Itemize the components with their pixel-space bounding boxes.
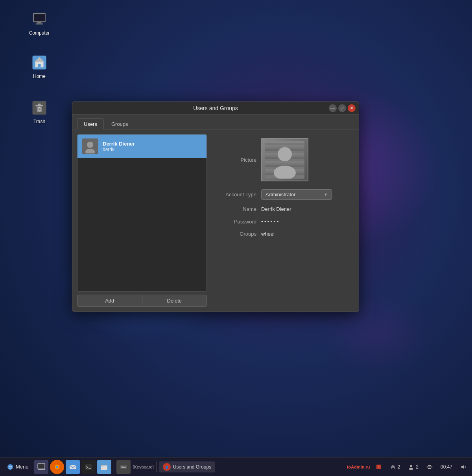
computer-icon-label: Computer [29, 30, 50, 36]
account-type-row: Account Type Administrator ▼ [213, 189, 354, 200]
password-label: Password [213, 219, 256, 225]
files-button[interactable] [97, 460, 111, 474]
taskbar-separator-1 [114, 461, 114, 472]
active-window-button[interactable]: 👤 Users and Groups [159, 461, 215, 472]
svg-point-60 [431, 466, 432, 467]
password-value: •••••• [261, 218, 280, 225]
svg-point-53 [392, 466, 394, 468]
desktop-icon-computer[interactable]: Computer [24, 8, 55, 38]
tab-groups[interactable]: Groups [105, 118, 135, 129]
dialog-titlebar: Users and Groups — ⤢ ✕ [72, 102, 359, 115]
user-list-buttons: Add Delete [77, 295, 207, 307]
home-icon-label: Home [33, 74, 46, 79]
account-type-select[interactable]: Administrator ▼ [261, 189, 332, 200]
menu-icon [7, 464, 13, 470]
taskbar-window-icon[interactable] [34, 460, 48, 474]
svg-rect-47 [122, 467, 125, 468]
svg-point-24 [278, 147, 292, 161]
clock[interactable]: 00:47 [438, 463, 455, 471]
window-icon [37, 463, 45, 471]
svg-rect-42 [121, 466, 122, 467]
user-username: derrik [103, 147, 135, 152]
svg-rect-40 [101, 465, 104, 466]
svg-point-59 [426, 466, 428, 467]
tray-network-connections[interactable] [424, 462, 435, 472]
svg-rect-48 [125, 467, 126, 468]
tray-security[interactable]: ! [373, 462, 384, 472]
svg-marker-61 [461, 465, 464, 469]
user-details-panel: Picture [213, 134, 354, 307]
menu-button[interactable]: Menu [3, 461, 33, 472]
volume-icon [460, 464, 466, 470]
tray-count1: 2 [398, 464, 400, 470]
dialog-title: Users and Groups [193, 105, 238, 111]
trash-icon [30, 98, 49, 117]
svg-rect-29 [9, 468, 12, 469]
picture-label: Picture [213, 157, 256, 163]
network-icon [426, 464, 433, 470]
home-icon [30, 53, 49, 72]
firefox-button[interactable] [50, 460, 64, 474]
tray-users[interactable]: 2 [406, 462, 421, 472]
svg-rect-9 [35, 105, 43, 106]
svg-point-55 [409, 468, 413, 470]
dialog-body: Users Groups [72, 115, 359, 312]
svg-point-35 [56, 466, 58, 468]
users-and-groups-dialog: Users and Groups — ⤢ ✕ Users Groups [72, 101, 359, 312]
svg-rect-27 [9, 466, 12, 467]
svg-text:!: ! [378, 465, 379, 469]
svg-rect-1 [34, 14, 45, 21]
maximize-button[interactable]: ⤢ [338, 104, 346, 112]
mail-icon [69, 463, 77, 471]
picture-row: Picture [213, 138, 354, 181]
svg-point-12 [87, 142, 93, 148]
close-button[interactable]: ✕ [348, 104, 356, 112]
svg-rect-46 [121, 467, 122, 468]
user-item-derrik[interactable]: Derrik Diener derrik [77, 135, 206, 158]
svg-rect-41 [120, 465, 127, 469]
desktop-icon-trash[interactable]: Trash [24, 96, 55, 126]
mail-button[interactable] [66, 460, 80, 474]
user-avatar-derrik [82, 138, 98, 154]
user-info-derrik: Derrik Diener derrik [103, 141, 135, 152]
svg-rect-31 [39, 464, 44, 468]
svg-rect-58 [428, 468, 431, 469]
trash-icon-label: Trash [33, 119, 45, 124]
groups-label: Groups [213, 231, 256, 237]
password-row: Password •••••• [213, 218, 354, 225]
svg-rect-6 [38, 64, 41, 68]
tab-users[interactable]: Users [77, 118, 104, 129]
name-row: Name Derrik Diener [213, 206, 354, 212]
terminal-button[interactable] [81, 460, 96, 474]
taskbar-tray: toAdmin.ru ! 2 2 [347, 462, 469, 472]
terminal-icon [85, 463, 92, 471]
svg-rect-15 [265, 141, 304, 143]
svg-rect-44 [124, 466, 124, 467]
delete-button[interactable]: Delete [142, 295, 207, 307]
keyboard-icon [120, 463, 127, 471]
tray-network[interactable]: 2 [387, 462, 403, 472]
minimize-button[interactable]: — [329, 104, 337, 112]
chevron-down-icon: ▼ [324, 192, 328, 197]
svg-point-54 [410, 465, 412, 467]
volume-icon-tray[interactable] [458, 462, 469, 472]
security-icon: ! [376, 464, 382, 470]
computer-icon [30, 10, 49, 29]
svg-rect-43 [122, 466, 123, 467]
svg-rect-2 [37, 22, 42, 24]
user-picture[interactable] [261, 138, 308, 181]
toadmin-badge: toAdmin.ru [347, 465, 370, 469]
firefox-icon [53, 463, 61, 471]
taskbar: Menu [0, 457, 472, 476]
svg-text:👤: 👤 [165, 465, 169, 469]
keyboard-button[interactable] [116, 460, 131, 474]
add-button[interactable]: Add [77, 295, 142, 307]
groups-row: Groups wheel [213, 231, 354, 237]
audio-icon [390, 464, 396, 470]
groups-value: wheel [261, 231, 275, 237]
svg-rect-10 [38, 104, 41, 105]
svg-rect-28 [9, 467, 12, 467]
svg-rect-45 [125, 466, 125, 467]
desktop-icon-home[interactable]: Home [24, 51, 55, 81]
user-tray-icon [408, 464, 414, 470]
